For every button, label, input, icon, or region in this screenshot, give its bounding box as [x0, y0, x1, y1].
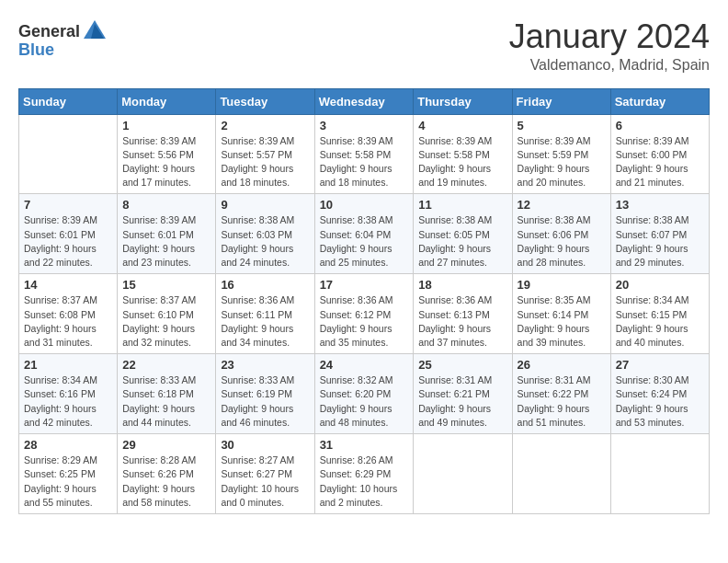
calendar-cell: 24Sunrise: 8:32 AM Sunset: 6:20 PM Dayli…: [314, 354, 414, 434]
day-number: 16: [221, 278, 309, 292]
calendar-cell: 9Sunrise: 8:38 AM Sunset: 6:03 PM Daylig…: [216, 194, 314, 274]
calendar-cell: 18Sunrise: 8:36 AM Sunset: 6:13 PM Dayli…: [414, 274, 512, 354]
day-info: Sunrise: 8:34 AM Sunset: 6:15 PM Dayligh…: [616, 293, 704, 350]
day-number: 14: [24, 278, 112, 292]
logo-text: General Blue: [18, 18, 108, 60]
calendar-cell: 31Sunrise: 8:26 AM Sunset: 6:29 PM Dayli…: [314, 434, 414, 514]
calendar-cell: 22Sunrise: 8:33 AM Sunset: 6:18 PM Dayli…: [118, 354, 216, 434]
location-title: Valdemanco, Madrid, Spain: [509, 57, 710, 74]
day-number: 25: [418, 358, 506, 372]
day-info: Sunrise: 8:39 AM Sunset: 6:01 PM Dayligh…: [24, 213, 112, 270]
day-info: Sunrise: 8:39 AM Sunset: 5:59 PM Dayligh…: [518, 134, 606, 190]
day-number: 24: [320, 358, 409, 372]
day-info: Sunrise: 8:26 AM Sunset: 6:29 PM Dayligh…: [320, 454, 409, 510]
day-info: Sunrise: 8:38 AM Sunset: 6:06 PM Dayligh…: [518, 213, 606, 270]
month-title: January 2024: [509, 18, 710, 55]
day-info: Sunrise: 8:38 AM Sunset: 6:07 PM Dayligh…: [616, 213, 704, 270]
calendar-cell: 1Sunrise: 8:39 AM Sunset: 5:56 PM Daylig…: [118, 114, 216, 194]
day-info: Sunrise: 8:38 AM Sunset: 6:03 PM Dayligh…: [221, 213, 309, 270]
calendar-cell: 15Sunrise: 8:37 AM Sunset: 6:10 PM Dayli…: [118, 274, 216, 354]
week-row-3: 14Sunrise: 8:37 AM Sunset: 6:08 PM Dayli…: [19, 274, 710, 354]
calendar-cell: 8Sunrise: 8:39 AM Sunset: 6:01 PM Daylig…: [118, 194, 216, 274]
day-info: Sunrise: 8:33 AM Sunset: 6:19 PM Dayligh…: [221, 373, 309, 430]
calendar-cell: 30Sunrise: 8:27 AM Sunset: 6:27 PM Dayli…: [216, 434, 314, 514]
day-info: Sunrise: 8:27 AM Sunset: 6:27 PM Dayligh…: [221, 454, 309, 510]
calendar-cell: [19, 114, 118, 194]
calendar-cell: 13Sunrise: 8:38 AM Sunset: 6:07 PM Dayli…: [610, 194, 709, 274]
day-number: 10: [320, 198, 409, 212]
header-friday: Friday: [512, 88, 610, 114]
calendar-cell: 20Sunrise: 8:34 AM Sunset: 6:15 PM Dayli…: [610, 274, 709, 354]
day-info: Sunrise: 8:32 AM Sunset: 6:20 PM Dayligh…: [320, 373, 409, 430]
calendar-cell: 23Sunrise: 8:33 AM Sunset: 6:19 PM Dayli…: [216, 354, 314, 434]
day-number: 29: [122, 438, 210, 452]
day-number: 22: [122, 358, 210, 372]
week-row-1: 1Sunrise: 8:39 AM Sunset: 5:56 PM Daylig…: [19, 114, 710, 194]
week-row-5: 28Sunrise: 8:29 AM Sunset: 6:25 PM Dayli…: [19, 434, 710, 514]
calendar-cell: 17Sunrise: 8:36 AM Sunset: 6:12 PM Dayli…: [314, 274, 414, 354]
day-number: 5: [518, 119, 606, 132]
day-number: 8: [122, 198, 210, 212]
day-info: Sunrise: 8:30 AM Sunset: 6:24 PM Dayligh…: [616, 373, 704, 430]
day-number: 31: [320, 438, 409, 452]
day-number: 18: [418, 278, 506, 292]
day-info: Sunrise: 8:36 AM Sunset: 6:13 PM Dayligh…: [418, 293, 506, 350]
calendar-cell: [610, 434, 709, 514]
calendar-cell: 2Sunrise: 8:39 AM Sunset: 5:57 PM Daylig…: [216, 114, 314, 194]
day-number: 21: [24, 358, 112, 372]
day-number: 11: [418, 198, 506, 212]
calendar-cell: 29Sunrise: 8:28 AM Sunset: 6:26 PM Dayli…: [118, 434, 216, 514]
calendar-cell: 21Sunrise: 8:34 AM Sunset: 6:16 PM Dayli…: [19, 354, 118, 434]
header-tuesday: Tuesday: [216, 88, 314, 114]
day-info: Sunrise: 8:38 AM Sunset: 6:04 PM Dayligh…: [320, 213, 409, 270]
day-info: Sunrise: 8:39 AM Sunset: 6:01 PM Dayligh…: [122, 213, 210, 270]
calendar-cell: [512, 434, 610, 514]
calendar-cell: [414, 434, 512, 514]
header-monday: Monday: [118, 88, 216, 114]
day-info: Sunrise: 8:31 AM Sunset: 6:21 PM Dayligh…: [418, 373, 506, 430]
day-info: Sunrise: 8:36 AM Sunset: 6:12 PM Dayligh…: [320, 293, 409, 350]
calendar-cell: 25Sunrise: 8:31 AM Sunset: 6:21 PM Dayli…: [414, 354, 512, 434]
day-info: Sunrise: 8:33 AM Sunset: 6:18 PM Dayligh…: [122, 373, 210, 430]
day-number: 19: [518, 278, 606, 292]
calendar-cell: 10Sunrise: 8:38 AM Sunset: 6:04 PM Dayli…: [314, 194, 414, 274]
calendar-cell: 27Sunrise: 8:30 AM Sunset: 6:24 PM Dayli…: [610, 354, 709, 434]
day-info: Sunrise: 8:37 AM Sunset: 6:10 PM Dayligh…: [122, 293, 210, 350]
calendar-cell: 19Sunrise: 8:35 AM Sunset: 6:14 PM Dayli…: [512, 274, 610, 354]
calendar-cell: 28Sunrise: 8:29 AM Sunset: 6:25 PM Dayli…: [19, 434, 118, 514]
calendar-table: Sunday Monday Tuesday Wednesday Thursday…: [18, 88, 710, 514]
calendar-cell: 5Sunrise: 8:39 AM Sunset: 5:59 PM Daylig…: [512, 114, 610, 194]
calendar-cell: 7Sunrise: 8:39 AM Sunset: 6:01 PM Daylig…: [19, 194, 118, 274]
day-info: Sunrise: 8:35 AM Sunset: 6:14 PM Dayligh…: [518, 293, 606, 350]
day-info: Sunrise: 8:39 AM Sunset: 6:00 PM Dayligh…: [616, 134, 704, 190]
week-row-4: 21Sunrise: 8:34 AM Sunset: 6:16 PM Dayli…: [19, 354, 710, 434]
day-info: Sunrise: 8:37 AM Sunset: 6:08 PM Dayligh…: [24, 293, 112, 350]
header-saturday: Saturday: [610, 88, 709, 114]
day-number: 23: [221, 358, 309, 372]
day-number: 6: [616, 119, 704, 132]
day-number: 1: [122, 119, 210, 132]
calendar-cell: 4Sunrise: 8:39 AM Sunset: 5:58 PM Daylig…: [414, 114, 512, 194]
day-info: Sunrise: 8:34 AM Sunset: 6:16 PM Dayligh…: [24, 373, 112, 430]
day-info: Sunrise: 8:36 AM Sunset: 6:11 PM Dayligh…: [221, 293, 309, 350]
header-thursday: Thursday: [414, 88, 512, 114]
day-info: Sunrise: 8:31 AM Sunset: 6:22 PM Dayligh…: [518, 373, 606, 430]
day-number: 27: [616, 358, 704, 372]
header-wednesday: Wednesday: [314, 88, 414, 114]
week-row-2: 7Sunrise: 8:39 AM Sunset: 6:01 PM Daylig…: [19, 194, 710, 274]
day-info: Sunrise: 8:28 AM Sunset: 6:26 PM Dayligh…: [122, 454, 210, 510]
calendar-cell: 16Sunrise: 8:36 AM Sunset: 6:11 PM Dayli…: [216, 274, 314, 354]
day-info: Sunrise: 8:39 AM Sunset: 5:57 PM Dayligh…: [221, 134, 309, 190]
calendar-cell: 26Sunrise: 8:31 AM Sunset: 6:22 PM Dayli…: [512, 354, 610, 434]
day-number: 28: [24, 438, 112, 452]
calendar-cell: 12Sunrise: 8:38 AM Sunset: 6:06 PM Dayli…: [512, 194, 610, 274]
day-info: Sunrise: 8:39 AM Sunset: 5:58 PM Dayligh…: [418, 134, 506, 190]
day-number: 20: [616, 278, 704, 292]
day-number: 9: [221, 198, 309, 212]
day-number: 4: [418, 119, 506, 132]
day-number: 26: [518, 358, 606, 372]
day-info: Sunrise: 8:29 AM Sunset: 6:25 PM Dayligh…: [24, 454, 112, 510]
calendar-cell: 11Sunrise: 8:38 AM Sunset: 6:05 PM Dayli…: [414, 194, 512, 274]
calendar-cell: 6Sunrise: 8:39 AM Sunset: 6:00 PM Daylig…: [610, 114, 709, 194]
logo-general: General: [18, 22, 80, 41]
